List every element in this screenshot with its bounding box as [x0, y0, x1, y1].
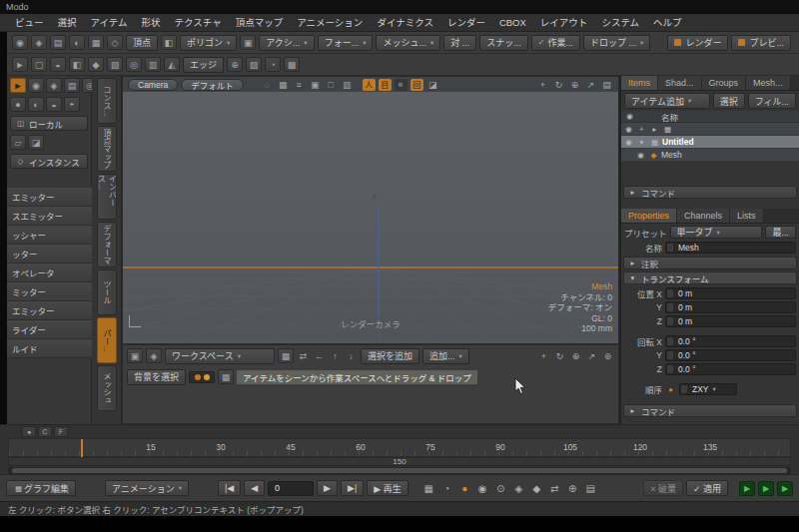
vertical-tab[interactable]: 頂点マップ — [97, 126, 117, 172]
tab-items[interactable]: Items — [621, 76, 658, 90]
plane-tool-icon[interactable]: ▱ — [10, 135, 26, 150]
apply-button[interactable]: ✓ 適用 — [686, 480, 728, 496]
tab-properties[interactable]: Properties — [621, 209, 677, 223]
timeline-scrollbar[interactable] — [8, 467, 791, 474]
list-item[interactable]: エミッター — [7, 301, 92, 320]
add-item-dropdown[interactable]: アイテム追加 — [624, 93, 710, 109]
list-item[interactable]: ミッター — [7, 282, 92, 301]
tool-icon[interactable]: ◆ — [88, 57, 104, 72]
list-item[interactable]: ルイド — [7, 339, 92, 358]
rotation-y-input[interactable]: 0.0 ° — [665, 349, 796, 361]
tool-icon[interactable]: ▧ — [107, 57, 123, 72]
tool-icon[interactable]: ◈ — [46, 78, 62, 93]
step-back-button[interactable]: ◀ — [244, 480, 265, 496]
animation-dropdown[interactable]: アニメーション — [105, 480, 189, 496]
vertical-tab[interactable]: デフォーマ — [97, 222, 117, 267]
tab-mesh[interactable]: Mesh... — [746, 76, 791, 90]
grid-layout-icon[interactable]: ▦ — [218, 369, 234, 384]
swap-arrow-icon[interactable]: ⇄ — [297, 348, 310, 363]
add-selected-button[interactable]: 選択を追加 — [361, 348, 419, 364]
list-item[interactable]: ライダー — [7, 320, 92, 339]
play-button[interactable]: ▶ 再生 — [367, 480, 407, 496]
visibility-toggle-icon[interactable]: ■ — [395, 79, 407, 91]
vertical-tab-active[interactable]: パー... — [97, 317, 117, 363]
step-forward-button[interactable]: ▶ — [317, 480, 338, 496]
workplane-button[interactable]: 作業... — [531, 35, 580, 51]
tool-icon[interactable]: ◇ — [107, 35, 123, 50]
eye-icon[interactable]: ◉ — [635, 151, 646, 160]
menu-item[interactable]: ヘルプ — [646, 14, 689, 31]
order-dropdown[interactable]: ZXY — [679, 383, 737, 395]
green-play-icon[interactable]: ▶ — [758, 481, 774, 496]
menu-item[interactable]: 選択 — [51, 14, 84, 31]
tool-icon[interactable]: ▨ — [246, 57, 262, 72]
select-background-button[interactable]: 背景を選択 — [127, 369, 186, 385]
tab-lists[interactable]: Lists — [730, 209, 764, 223]
tab-groups[interactable]: Groups — [702, 76, 747, 90]
timeline-ruler[interactable]: 15 30 45 60 75 90 105 120 135 — [8, 438, 791, 457]
tool-icon[interactable]: ◉ — [12, 35, 28, 50]
action-center-dropdown[interactable]: アクシ... — [259, 35, 314, 51]
playhead[interactable] — [81, 439, 83, 457]
left-arrow-icon[interactable]: ← — [313, 348, 326, 363]
timeline-c-button[interactable]: C — [38, 426, 52, 437]
viewport-option-icon[interactable]: ▣ — [309, 77, 322, 92]
tool-icon[interactable]: ▢ — [31, 57, 47, 72]
preset-dropdown[interactable]: 単一タブ — [670, 226, 763, 239]
select-button[interactable]: 選択 — [713, 93, 745, 109]
eye-icon[interactable]: ◉ — [623, 125, 634, 134]
rotate-view-icon[interactable]: ↻ — [553, 348, 566, 363]
go-to-start-button[interactable]: |◀ — [218, 480, 241, 496]
snap-button[interactable]: スナッ... — [479, 35, 528, 51]
primitive-icon[interactable]: ● — [10, 97, 26, 112]
menu-item[interactable]: ビュー — [8, 14, 51, 31]
viewport-option-icon[interactable]: ▦ — [277, 77, 290, 92]
viewport-option-icon[interactable]: ≡ — [293, 77, 306, 92]
tool-icon[interactable]: ► — [12, 57, 28, 72]
tool-icon[interactable]: ▤ — [64, 78, 80, 93]
go-to-end-button[interactable]: ▶| — [341, 480, 364, 496]
workspace-dropdown[interactable]: ワークスペース — [165, 348, 275, 364]
symmetry-button[interactable]: 対 ... — [443, 35, 476, 51]
schematic-icon[interactable]: ▣ — [127, 348, 143, 363]
position-y-input[interactable]: 0 m — [665, 301, 796, 313]
viewport-3d[interactable]: z レンダーカメラ Mesh チャンネル: 0 デフォーマ: オン GL: 0 … — [122, 92, 619, 344]
key-nav-icon[interactable]: ⇄ — [547, 481, 562, 496]
dice-icon[interactable]: ▦ — [421, 481, 436, 496]
vertex-mode-button[interactable]: 頂点 — [126, 35, 158, 51]
tool-icon[interactable]: ◒ — [50, 57, 66, 72]
pan-icon[interactable]: + — [537, 348, 550, 363]
menu-item[interactable]: 頂点マップ — [229, 14, 291, 31]
vertical-tab[interactable]: メッシュ — [97, 365, 117, 411]
list-item[interactable]: スエミッター — [7, 207, 92, 226]
maximize-icon[interactable]: ↗ — [584, 77, 597, 92]
graph-editor-button[interactable]: ▦ グラフ編集 — [6, 480, 76, 496]
annotation-section-bar[interactable]: ▸ 注釈 — [623, 257, 797, 269]
tool-icon[interactable]: ◔ — [265, 57, 281, 72]
scrollbar-handle[interactable] — [12, 468, 787, 473]
select-tool-icon[interactable]: ► — [10, 78, 26, 93]
polygon-mode-dropdown[interactable]: ポリゴン — [180, 35, 237, 51]
drop-action-dropdown[interactable]: ドロップ ... — [583, 35, 650, 51]
rotate-view-icon[interactable]: ↻ — [552, 77, 565, 92]
timeline-marker-button[interactable]: ● — [22, 426, 36, 437]
menu-item[interactable]: レンダー — [440, 14, 492, 31]
timeline-f-button[interactable]: F — [54, 426, 68, 437]
item-row-selected[interactable]: ◉ ▾ ▦ Untitled — [621, 136, 799, 149]
tool-icon[interactable]: ◧ — [69, 57, 85, 72]
falloff-dropdown[interactable]: フォー... — [318, 35, 374, 51]
frame-input[interactable]: 0 — [268, 481, 314, 496]
tool-icon[interactable]: ▤ — [50, 35, 66, 50]
tool-icon[interactable]: ◐ — [69, 35, 85, 50]
visibility-toggle-icon[interactable]: 人 — [363, 79, 376, 91]
tab-shader[interactable]: Shad... — [658, 76, 702, 90]
item-row[interactable]: ◉ + ▸ ▦ — [621, 123, 799, 136]
set-key-icon[interactable]: ◆ — [529, 481, 544, 496]
list-item[interactable]: エミッター — [7, 188, 92, 207]
maximize-icon[interactable]: ↗ — [585, 348, 598, 363]
primitive-icon[interactable]: ◐ — [28, 97, 44, 112]
edge-mode-button[interactable]: エッジ — [183, 57, 224, 73]
filter-button[interactable]: フィル... — [748, 93, 796, 109]
menu-item[interactable]: アニメーション — [290, 14, 370, 31]
zoom-icon[interactable]: ⊕ — [569, 348, 582, 363]
